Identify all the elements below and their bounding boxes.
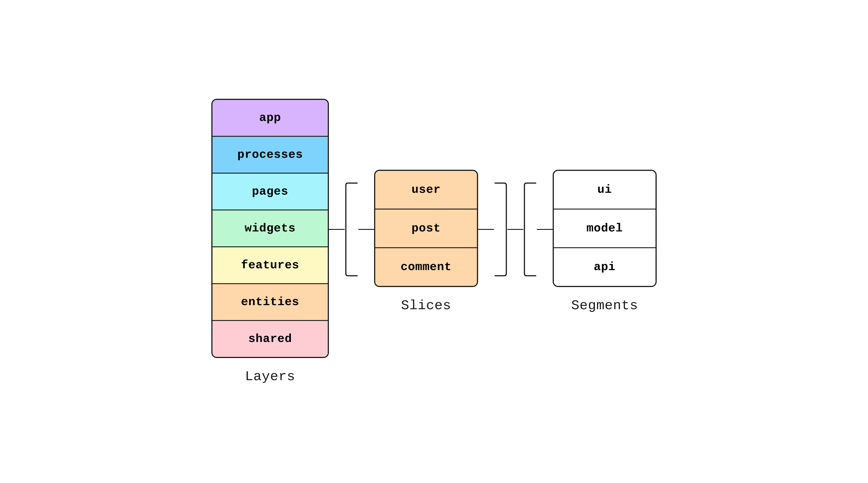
slices-column: user post comment Slices xyxy=(374,170,478,313)
segment-model: model xyxy=(554,210,655,248)
connector-line-5 xyxy=(537,229,553,230)
layer-pages: pages xyxy=(213,173,328,211)
segments-column: ui model api Segments xyxy=(553,170,657,313)
segment-ui: ui xyxy=(554,171,655,210)
right-bracket xyxy=(494,182,507,277)
connector-line-2 xyxy=(358,229,374,230)
layer-processes: processes xyxy=(213,137,328,173)
layers-column: app processes pages widgets features ent… xyxy=(211,99,329,384)
slice-user: user xyxy=(375,171,477,210)
layer-shared: shared xyxy=(213,321,328,357)
connector-line-1 xyxy=(329,229,345,230)
connector-line-4 xyxy=(507,229,523,230)
layer-entities: entities xyxy=(213,284,328,321)
segments-label: Segments xyxy=(571,298,638,313)
left-bracket xyxy=(345,182,358,277)
slices-stack: user post comment xyxy=(374,170,478,287)
connector-line-3 xyxy=(478,229,494,230)
segments-left-bracket xyxy=(523,182,537,277)
segment-api: api xyxy=(554,248,655,286)
layers-label: Layers xyxy=(245,369,295,384)
layer-app: app xyxy=(213,100,328,137)
slice-comment: comment xyxy=(375,248,477,286)
segments-stack: ui model api xyxy=(553,170,657,287)
layers-stack: app processes pages widgets features ent… xyxy=(211,99,329,358)
layer-features: features xyxy=(213,247,328,284)
layer-widgets: widgets xyxy=(213,211,328,247)
slice-post: post xyxy=(375,210,477,248)
diagram-container: app processes pages widgets features ent… xyxy=(211,99,657,384)
slices-label: Slices xyxy=(401,298,451,313)
